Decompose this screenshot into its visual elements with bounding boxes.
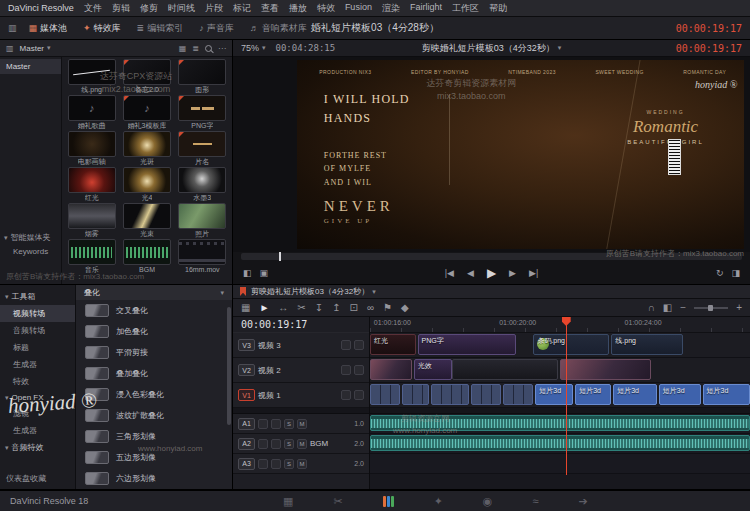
- menubar-item-9[interactable]: 特效: [317, 2, 335, 15]
- transitions-category-header[interactable]: 叠化 ▾: [76, 285, 232, 300]
- timeline-clip[interactable]: [452, 359, 558, 380]
- media-clip[interactable]: 照片: [175, 203, 230, 239]
- lock-icon[interactable]: [341, 340, 351, 350]
- menubar-item-7[interactable]: 查看: [261, 2, 279, 15]
- transition-item[interactable]: 五边形划像: [76, 447, 232, 468]
- replace-clip-icon[interactable]: ⊡: [350, 302, 358, 313]
- media-clip[interactable]: 音乐: [64, 239, 119, 275]
- in-out-range-icon[interactable]: ◧: [243, 268, 252, 278]
- timeline-options-icon[interactable]: ▦: [241, 302, 250, 313]
- mute-icon[interactable]: M: [297, 459, 307, 469]
- menubar-item-5[interactable]: 片段: [205, 2, 223, 15]
- lock-icon[interactable]: [341, 390, 351, 400]
- clip-lane-a3[interactable]: [370, 454, 750, 474]
- timeline-clip[interactable]: 红光: [370, 334, 416, 355]
- viewer-stage[interactable]: PRODUCTION NIX3EDITOR BY HONYIADNTIMEBAN…: [233, 57, 750, 252]
- menubar-item-11[interactable]: 渲染: [382, 2, 400, 15]
- track-header-a3[interactable]: A3SM2.0: [233, 454, 369, 474]
- record-arm-icon[interactable]: [258, 459, 268, 469]
- media-clip[interactable]: 婚礼3模板库: [119, 95, 174, 131]
- timeline-clip[interactable]: 短片3d: [575, 384, 611, 405]
- timeline-clip[interactable]: PNG字: [418, 334, 517, 355]
- page-edit[interactable]: [383, 496, 394, 507]
- zoom-in-icon[interactable]: +: [736, 302, 742, 313]
- timeline-clip[interactable]: 短片3d: [659, 384, 701, 405]
- menubar-item-6[interactable]: 标记: [233, 2, 251, 15]
- track-badge-v1[interactable]: V1: [238, 389, 255, 401]
- timeline-clip[interactable]: [370, 415, 750, 431]
- link-clips-icon[interactable]: ∞: [367, 302, 374, 313]
- zoom-out-icon[interactable]: −: [680, 302, 686, 313]
- transition-item[interactable]: 叠加叠化: [76, 363, 232, 384]
- track-badge-a1[interactable]: A1: [238, 418, 255, 430]
- jump-first-button[interactable]: |◀: [445, 268, 454, 278]
- thumbnail-view-icon[interactable]: ▦: [179, 44, 187, 53]
- track-header-v1[interactable]: V1视频 1: [233, 383, 369, 408]
- toolbar-edit-index-button[interactable]: ≣编辑索引: [129, 17, 192, 39]
- timeline-tab[interactable]: 剪映婚礼短片模板03（4分32秒） ▾: [251, 286, 376, 297]
- bin-master[interactable]: Master: [0, 59, 61, 74]
- solo-icon[interactable]: S: [284, 419, 294, 429]
- step-back-button[interactable]: ◀: [467, 268, 474, 278]
- loop-icon[interactable]: ↻: [716, 268, 724, 278]
- viewer-scrub-bar[interactable]: [241, 253, 742, 260]
- fx-sidebar-item[interactable]: 视频转场: [0, 305, 75, 322]
- audio-monitor-icon[interactable]: ◧: [663, 302, 672, 313]
- media-clip[interactable]: 图形: [175, 59, 230, 95]
- media-clip[interactable]: 线.png: [64, 59, 119, 95]
- timeline-clip[interactable]: 光效: [414, 359, 452, 380]
- insert-clip-icon[interactable]: ↧: [315, 302, 323, 313]
- timeline-clip[interactable]: [431, 384, 469, 405]
- timeline-clip[interactable]: [560, 359, 651, 380]
- play-button[interactable]: ▶: [487, 266, 496, 280]
- solo-icon[interactable]: S: [284, 439, 294, 449]
- search-icon[interactable]: [205, 45, 212, 52]
- record-arm-icon[interactable]: [258, 439, 268, 449]
- zoom-slider[interactable]: [694, 307, 728, 309]
- clip-lane-v1[interactable]: 短片3d短片3d短片3d短片3d短片3d: [370, 383, 750, 408]
- list-view-icon[interactable]: ≣: [192, 44, 199, 53]
- transition-item[interactable]: 浸入色彩叠化: [76, 384, 232, 405]
- trim-edit-mode-icon[interactable]: ↔: [278, 302, 288, 313]
- scrollbar[interactable]: [227, 307, 231, 425]
- media-clip[interactable]: 光束: [119, 203, 174, 239]
- page-fusion[interactable]: ✦: [434, 495, 443, 508]
- viewer-playhead[interactable]: [279, 252, 281, 261]
- track-header-a2[interactable]: A2SMBGM2.0: [233, 434, 369, 454]
- keywords-item[interactable]: Keywords: [0, 245, 61, 258]
- clip-lane-v3[interactable]: 红光PNG字条码.png线.png: [370, 333, 750, 358]
- automation-icon[interactable]: [271, 419, 281, 429]
- page-deliver[interactable]: ➔: [579, 495, 588, 508]
- menubar-item-14[interactable]: 帮助: [489, 2, 507, 15]
- transition-item[interactable]: 平滑剪接: [76, 342, 232, 363]
- transition-item[interactable]: 波纹扩散叠化: [76, 405, 232, 426]
- snap-magnet-icon[interactable]: ∩: [648, 302, 655, 313]
- menubar-item-3[interactable]: 修剪: [140, 2, 158, 15]
- timeline-clip[interactable]: 短片3d: [703, 384, 750, 405]
- visibility-icon[interactable]: [354, 340, 364, 350]
- fx-section-header-2[interactable]: ▾Open FX: [0, 390, 75, 405]
- toolbar-audio-fx-library-button[interactable]: ♬音响素材库: [242, 17, 315, 39]
- media-clip[interactable]: 婚礼歌曲: [64, 95, 119, 131]
- toolbar-effects-library-button[interactable]: ✦特效库: [75, 17, 129, 39]
- transition-item[interactable]: 三角形划像: [76, 426, 232, 447]
- razor-edit-mode-icon[interactable]: ✂: [297, 302, 305, 313]
- track-badge-a3[interactable]: A3: [238, 458, 255, 470]
- media-clip[interactable]: 光斑: [119, 131, 174, 167]
- clip-lane-a2[interactable]: [370, 434, 750, 454]
- track-badge-v3[interactable]: V3: [238, 339, 255, 351]
- media-clip[interactable]: 备忘2.0: [119, 59, 174, 95]
- panel-toggle-icon[interactable]: ▥: [4, 23, 21, 33]
- timeline-clips-area[interactable]: 01:00:16:0001:00:20:0001:00:24:00 红光PNG字…: [370, 317, 750, 489]
- timeline-clip[interactable]: 短片3d: [535, 384, 573, 405]
- menubar-item-10[interactable]: Fusion: [345, 2, 372, 15]
- mute-icon[interactable]: M: [297, 439, 307, 449]
- viewer-timeline-title[interactable]: 剪映婚礼短片模板03（4分32秒） ▾: [422, 42, 562, 55]
- timeline-clip[interactable]: [370, 384, 400, 405]
- media-clip[interactable]: BGM: [119, 239, 174, 275]
- fx-sidebar-item[interactable]: 标题: [0, 339, 75, 356]
- timeline-clip[interactable]: 条码.png: [533, 334, 609, 355]
- menubar-item-8[interactable]: 播放: [289, 2, 307, 15]
- toolbar-media-pool-button[interactable]: ▦媒体池: [21, 17, 76, 39]
- media-clip[interactable]: 水墨3: [175, 167, 230, 203]
